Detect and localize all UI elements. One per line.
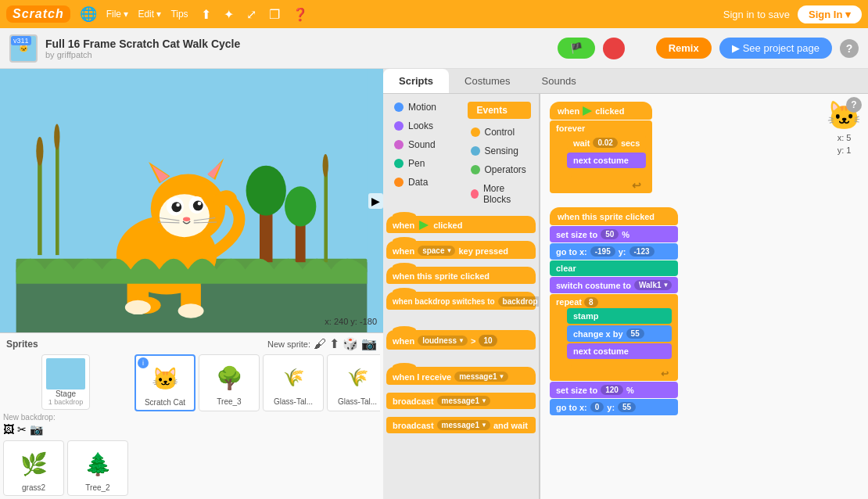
- scratch-logo[interactable]: Scratch: [6, 5, 70, 23]
- see-project-button[interactable]: ▶ See project page: [719, 38, 832, 59]
- block-set-size-120[interactable]: set size to 120 %: [550, 382, 678, 398]
- tab-costumes[interactable]: Costumes: [449, 69, 526, 93]
- svg-rect-11: [324, 169, 328, 262]
- stage-scroll-arrow[interactable]: ▶: [368, 193, 383, 209]
- remix-button[interactable]: Remix: [656, 38, 712, 59]
- help-button[interactable]: ?: [840, 39, 859, 58]
- events-header[interactable]: Events: [468, 102, 532, 119]
- block-clear[interactable]: clear: [550, 260, 678, 276]
- green-flag-button[interactable]: 🏴: [558, 38, 595, 59]
- palette-when-sprite-clicked[interactable]: when this sprite clicked: [386, 267, 536, 284]
- broadcast-wait-dropdown[interactable]: message1: [437, 420, 490, 430]
- stage[interactable]: x: 240 y: -180 ▶: [0, 69, 383, 332]
- globe-icon[interactable]: 🌐: [80, 5, 97, 23]
- block-next-costume-1[interactable]: next costume: [567, 153, 646, 168]
- palette-when-backdrop-switches[interactable]: when backdrop switches to backdrop: [386, 292, 536, 310]
- category-more-blocks[interactable]: More Blocks: [463, 180, 536, 208]
- expand-icon[interactable]: ⤢: [246, 7, 256, 22]
- sprite-item-cat[interactable]: i 🐱 Scratch Cat: [135, 354, 195, 411]
- palette-when-receive[interactable]: when I receive message1: [386, 367, 536, 385]
- fullscreen-icon[interactable]: ✦: [224, 7, 234, 22]
- receive-dropdown[interactable]: message1: [454, 372, 508, 382]
- canvas-help-btn[interactable]: ?: [846, 97, 862, 113]
- key-dropdown[interactable]: space: [418, 246, 455, 256]
- tab-scripts[interactable]: Scripts: [383, 69, 449, 93]
- block-goto-xy-1[interactable]: go to x: -195 y: -123: [550, 243, 678, 260]
- block-when-flag-clicked[interactable]: when clicked: [550, 102, 652, 120]
- block-when-sprite-clicked[interactable]: when this sprite clicked: [550, 207, 678, 225]
- block-wait[interactable]: wait 0.02 secs: [567, 135, 646, 151]
- data-label: Data: [408, 177, 428, 188]
- category-data[interactable]: Data: [386, 174, 460, 191]
- costume-dropdown[interactable]: Walk1 ▼: [634, 280, 672, 290]
- stage-item[interactable]: Stage 1 backdrop: [41, 354, 90, 410]
- canvas-question-icon[interactable]: ?: [846, 97, 862, 113]
- size-value-120[interactable]: 120: [601, 385, 623, 395]
- paint-backdrop-button[interactable]: 🖼: [3, 423, 14, 436]
- operators-dot: [471, 165, 480, 174]
- palette-when-loudness[interactable]: when loudness > 10: [386, 330, 536, 350]
- broadcast-dropdown[interactable]: message1: [437, 396, 490, 406]
- sprite-name: Glass-Tal...: [338, 397, 377, 406]
- x-val-1[interactable]: -195: [590, 246, 615, 257]
- sign-in-button[interactable]: Sign In ▾: [798, 5, 862, 23]
- category-looks[interactable]: Looks: [386, 117, 460, 135]
- sprite-item-grass2[interactable]: 🌿 grass2: [3, 440, 64, 496]
- backdrop-dropdown[interactable]: backdrop: [498, 296, 540, 307]
- edit-menu[interactable]: Edit ▾: [138, 9, 161, 20]
- stop-button[interactable]: [603, 38, 625, 59]
- block-change-x[interactable]: change x by 55: [567, 325, 672, 342]
- sprite-item-glasst2[interactable]: 🌾 Glass-Tal...: [327, 354, 380, 411]
- category-sensing[interactable]: Sensing: [463, 142, 536, 160]
- sprite-item-tree2[interactable]: 🌲 Tree_2: [67, 440, 128, 496]
- category-operators[interactable]: Operators: [463, 161, 536, 178]
- random-sprite-button[interactable]: 🎲: [343, 336, 358, 351]
- y-val-2[interactable]: 55: [618, 402, 636, 412]
- category-pen[interactable]: Pen: [386, 155, 460, 172]
- wait-value[interactable]: 0.02: [593, 138, 617, 148]
- block-stamp[interactable]: stamp: [567, 308, 672, 324]
- block-set-size-50[interactable]: set size to 50 %: [550, 226, 678, 242]
- sprite-info-icon[interactable]: i: [138, 357, 149, 368]
- category-control[interactable]: Control: [463, 124, 536, 141]
- sign-in-save-link[interactable]: Sign in to save: [723, 9, 790, 20]
- block-repeat-8[interactable]: repeat 8 stamp change x by 55 next costu…: [550, 294, 678, 381]
- control-dot: [471, 127, 480, 137]
- category-sound[interactable]: Sound: [386, 136, 460, 153]
- tips-link[interactable]: Tips: [170, 9, 188, 20]
- size-value-50[interactable]: 50: [601, 229, 619, 239]
- palette-broadcast[interactable]: broadcast message1: [386, 393, 536, 409]
- sprite-item-tree3[interactable]: 🌳 Tree_3: [199, 354, 260, 411]
- paint-sprite-button[interactable]: 🖌: [314, 337, 326, 351]
- tab-sounds[interactable]: Sounds: [526, 69, 592, 93]
- block-next-costume-2[interactable]: next costume: [567, 343, 672, 359]
- help-icon[interactable]: ❓: [292, 7, 308, 22]
- blocks-palette: Motion Looks Sound Pen: [383, 94, 540, 499]
- block-switch-costume[interactable]: switch costume to Walk1 ▼: [550, 277, 678, 293]
- upload-sprite-button[interactable]: ⬆: [329, 336, 339, 351]
- loudness-dropdown[interactable]: loudness: [418, 336, 468, 346]
- category-motion[interactable]: Motion: [386, 99, 460, 116]
- upload-backdrop-button[interactable]: ✂: [17, 423, 27, 436]
- copy-icon[interactable]: ❐: [269, 7, 280, 22]
- block-goto-xy-2[interactable]: go to x: 0 y: 55: [550, 399, 678, 415]
- script-canvas[interactable]: when clicked forever wait 0.02 secs: [540, 94, 868, 499]
- camera-sprite-button[interactable]: 📷: [361, 336, 377, 351]
- svg-point-35: [178, 303, 204, 318]
- palette-when-flag-clicked[interactable]: when clicked: [386, 216, 536, 233]
- loudness-value[interactable]: 10: [479, 335, 497, 346]
- palette-when-key-pressed[interactable]: when space key pressed: [386, 241, 536, 259]
- block-forever[interactable]: forever wait 0.02 secs next costume ↩: [550, 120, 652, 193]
- upload-icon[interactable]: ⬆: [201, 7, 211, 22]
- x-val-2[interactable]: 0: [590, 402, 604, 412]
- more-blocks-label: More Blocks: [483, 183, 528, 205]
- repeat-value[interactable]: 8: [584, 297, 598, 307]
- camera-backdrop-button[interactable]: 📷: [30, 423, 43, 436]
- y-val-1[interactable]: -123: [629, 246, 655, 257]
- change-x-val[interactable]: 55: [626, 328, 644, 339]
- forever-label: forever: [556, 124, 585, 133]
- sprite-item-glasst1[interactable]: 🌾 Glass-Tal...: [263, 354, 324, 411]
- palette-broadcast-wait[interactable]: broadcast message1 and wait: [386, 417, 536, 433]
- file-menu[interactable]: File ▾: [106, 9, 129, 20]
- flag-icon: 🏴: [570, 42, 583, 54]
